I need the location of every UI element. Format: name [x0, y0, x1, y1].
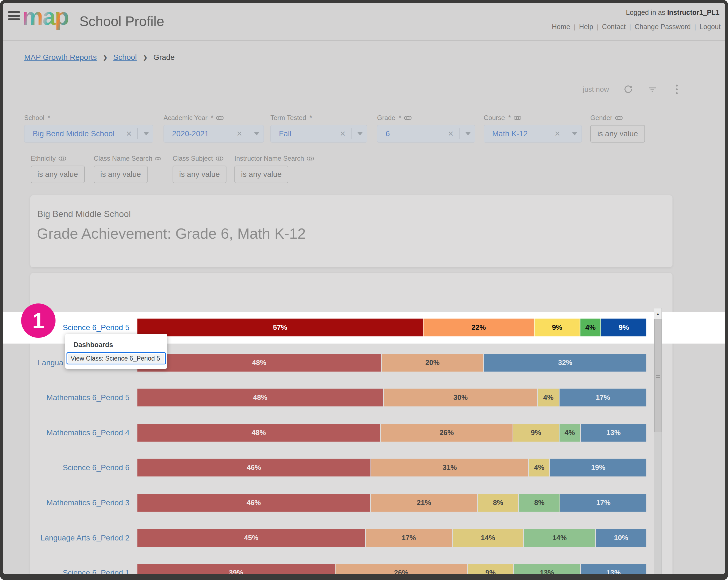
bar-segment-red[interactable]: 46%	[137, 459, 370, 476]
bar-segment-yellow[interactable]: 4%	[529, 459, 549, 476]
bar-segment-orange[interactable]: 26%	[336, 564, 467, 574]
chart-row: Mathematics 6_Period 448%26%9%4%13%	[3, 424, 725, 442]
bar-segment-blue[interactable]: 13%	[581, 424, 646, 442]
stacked-bar: 45%17%14%14%10%	[137, 529, 646, 547]
bar-segment-green[interactable]: 4%	[560, 424, 580, 442]
bar-segment-orange[interactable]: 21%	[371, 494, 477, 512]
bar-segment-yellow[interactable]: 4%	[538, 389, 558, 407]
class-name-link[interactable]: Mathematics 6_Period 5	[25, 393, 129, 402]
bar-segment-blue[interactable]: 32%	[484, 354, 646, 371]
stacked-bar: 57%22%9%4%9%	[137, 319, 646, 336]
bar-segment-blue[interactable]: 13%	[581, 564, 646, 574]
bar-segment-orange[interactable]: 20%	[382, 354, 483, 371]
stacked-bar: 48%26%9%4%13%	[137, 424, 646, 442]
bar-segment-orange[interactable]: 22%	[423, 319, 534, 336]
stacked-bar: 48%20%32%	[137, 354, 646, 371]
bar-segment-green[interactable]: 13%	[514, 564, 580, 574]
bar-segment-blue[interactable]: 19%	[550, 459, 646, 476]
stacked-bar: 48%30%4%17%	[137, 389, 646, 407]
class-name-link[interactable]: Mathematics 6_Period 4	[25, 429, 129, 437]
bar-segment-red[interactable]: 57%	[137, 319, 423, 336]
bar-segment-red[interactable]: 45%	[137, 529, 365, 547]
bar-segment-blue[interactable]: 9%	[601, 319, 646, 336]
chart-row: Language Arts 6_Period 245%17%14%14%10%	[3, 529, 725, 547]
bar-segment-red[interactable]: 48%	[137, 354, 381, 371]
bar-segment-orange[interactable]: 17%	[366, 529, 452, 547]
app-page: map School Profile Logged in as Instruct…	[3, 3, 725, 574]
bar-segment-yellow[interactable]: 8%	[478, 494, 518, 512]
bar-segment-blue[interactable]: 17%	[560, 389, 646, 407]
bar-segment-yellow[interactable]: 9%	[468, 564, 513, 574]
stacked-bar: 46%31%4%19%	[137, 459, 646, 476]
class-name-link[interactable]: Language Arts 6_Period 2	[25, 533, 129, 542]
scrollbar-grip-icon	[656, 374, 660, 378]
callout-badge-1: 1	[21, 303, 55, 338]
class-name-link[interactable]: Science 6_Period 1	[25, 569, 129, 574]
bar-segment-blue[interactable]: 10%	[596, 529, 646, 547]
chart-rows: Science 6_Period 557%22%9%4%9%Langua48%2…	[3, 3, 725, 574]
menu-item-view-class[interactable]: View Class: Science 6_Period 5	[67, 352, 166, 364]
chart-row: Mathematics 6_Period 346%21%8%8%17%	[3, 494, 725, 512]
bar-segment-red[interactable]: 46%	[137, 494, 370, 512]
class-name-link[interactable]: Science 6_Period 6	[25, 463, 129, 472]
stacked-bar: 46%21%8%8%17%	[137, 494, 646, 512]
bar-segment-yellow[interactable]: 14%	[452, 529, 523, 547]
chart-row: Science 6_Period 646%31%4%19%	[3, 459, 725, 476]
bar-segment-green[interactable]: 14%	[524, 529, 595, 547]
dashboards-popover: Dashboards View Class: Science 6_Period …	[65, 334, 167, 369]
class-name-link[interactable]: Mathematics 6_Period 3	[25, 498, 129, 507]
popover-header: Dashboards	[73, 341, 113, 349]
chart-row: Mathematics 6_Period 548%30%4%17%	[3, 389, 725, 407]
chart-scrollbar[interactable]: ▲	[654, 308, 662, 574]
bar-segment-blue[interactable]: 17%	[561, 494, 646, 512]
scrollbar-thumb[interactable]	[654, 319, 661, 432]
bar-segment-green[interactable]: 8%	[519, 494, 560, 512]
bar-segment-red[interactable]: 39%	[137, 564, 335, 574]
bar-segment-green[interactable]: 4%	[580, 319, 600, 336]
bar-segment-red[interactable]: 48%	[137, 424, 380, 442]
bar-segment-orange[interactable]: 30%	[384, 389, 537, 407]
scroll-up-arrow-icon[interactable]: ▲	[654, 308, 661, 319]
chart-row: Science 6_Period 139%26%9%13%13%	[3, 564, 725, 574]
bar-segment-orange[interactable]: 31%	[371, 459, 528, 476]
bar-segment-yellow[interactable]: 9%	[535, 319, 579, 336]
bar-segment-orange[interactable]: 26%	[381, 424, 512, 442]
bar-segment-yellow[interactable]: 9%	[513, 424, 559, 442]
screenshot-canvas: map School Profile Logged in as Instruct…	[0, 0, 728, 580]
bar-segment-red[interactable]: 48%	[137, 389, 383, 407]
stacked-bar: 39%26%9%13%13%	[137, 564, 646, 574]
